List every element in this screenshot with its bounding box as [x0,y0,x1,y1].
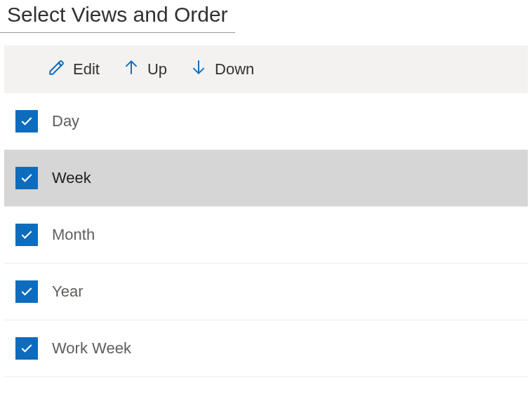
views-list-container: DayWeekMonthYearWork Week [4,93,528,388]
up-button[interactable]: Up [114,54,175,85]
check-icon[interactable] [15,167,38,189]
list-item-label: Month [52,226,95,244]
down-button[interactable]: Down [181,54,262,85]
edit-button[interactable]: Edit [39,54,108,85]
down-button-label: Down [215,60,254,79]
list-item[interactable]: Week [4,150,528,207]
list-spacer [4,377,528,388]
check-icon[interactable] [15,280,38,303]
arrow-up-icon [122,58,140,81]
pencil-icon [48,58,66,81]
list-item-label: Year [52,283,83,301]
list-item-label: Day [52,112,79,130]
check-icon[interactable] [15,337,38,360]
list-item[interactable]: Day [4,93,528,150]
up-button-label: Up [147,60,167,79]
check-icon[interactable] [15,110,38,132]
arrow-down-icon [189,58,208,81]
list-item-label: Work Week [52,339,131,358]
dialog-title: Select Views and Order [0,0,235,33]
toolbar: Edit Up Down [4,46,528,93]
views-list-scroll[interactable]: DayWeekMonthYearWork Week [4,93,528,388]
list-item[interactable]: Month [4,207,528,264]
check-icon[interactable] [15,224,38,246]
list-item[interactable]: Year [4,264,528,320]
edit-button-label: Edit [73,60,100,79]
list-item[interactable]: Work Week [4,320,528,377]
list-item-label: Week [52,169,91,187]
